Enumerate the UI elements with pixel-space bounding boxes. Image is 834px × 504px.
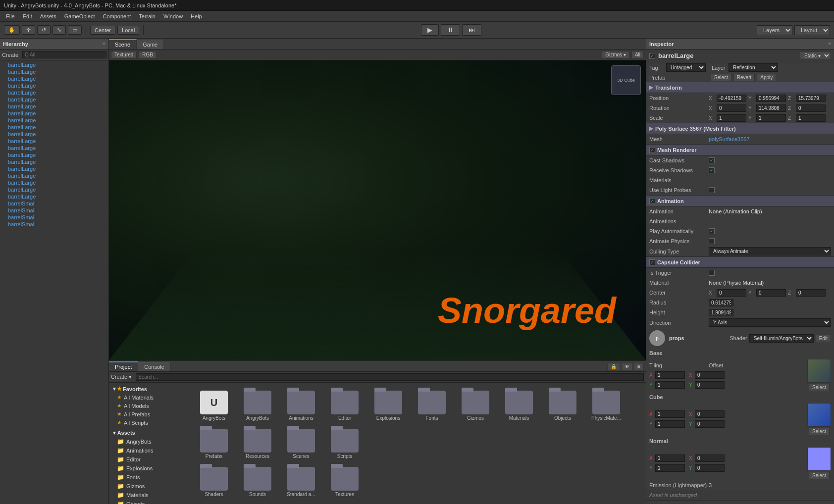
radius-input[interactable]: [709, 299, 733, 306]
list-item[interactable]: barrelSmall: [0, 200, 108, 207]
scale-z-input[interactable]: [796, 114, 826, 122]
hier-create-label[interactable]: Create: [2, 52, 18, 58]
menu-file[interactable]: File: [2, 12, 19, 20]
asset-resources[interactable]: Resources: [238, 427, 277, 461]
proj-objects[interactable]: 📁 Objects: [109, 500, 188, 504]
culling-type-dropdown[interactable]: Always Animate: [709, 247, 831, 255]
is-trigger-checkbox[interactable]: [709, 270, 715, 276]
cube-select-btn[interactable]: Select: [809, 428, 830, 435]
rot-z-input[interactable]: [796, 104, 826, 112]
pos-x-input[interactable]: [717, 95, 746, 102]
play-button[interactable]: ▶: [421, 24, 439, 36]
menu-assets[interactable]: Assets: [36, 12, 60, 20]
proj-all-models[interactable]: ★ All Models: [109, 402, 188, 410]
list-item[interactable]: barrelLarge: [0, 124, 108, 131]
shader-dropdown[interactable]: Self-Illumin/AngryBots/Reflectiv...: [749, 334, 814, 343]
cube-offset-y-input[interactable]: [695, 420, 725, 428]
asset-standard[interactable]: Standard a...: [281, 465, 321, 499]
shader-edit-btn[interactable]: Edit: [816, 335, 831, 342]
pause-button[interactable]: ⏸: [441, 24, 460, 36]
list-item[interactable]: barrelLarge: [0, 75, 108, 82]
list-item[interactable]: barrelSmall: [0, 207, 108, 214]
mesh-renderer-toggle[interactable]: [649, 147, 655, 153]
proj-all-prefabs[interactable]: ★ All Prefabs: [109, 410, 188, 418]
inspector-menu-btn[interactable]: ≡: [828, 41, 831, 47]
normal-tile-y-input[interactable]: [655, 464, 685, 472]
rot-y-input[interactable]: [756, 104, 786, 112]
base-offset-y-input[interactable]: [695, 381, 725, 389]
favorites-section[interactable]: ▾ ★ Favorites: [109, 385, 188, 393]
proj-angrybots[interactable]: 📁 AngryBots: [109, 437, 188, 446]
rotate-tool[interactable]: ↺: [37, 25, 51, 35]
list-item[interactable]: barrelLarge: [0, 179, 108, 186]
list-item[interactable]: barrelLarge: [0, 131, 108, 138]
asset-sounds[interactable]: Sounds: [238, 465, 277, 499]
direction-dropdown[interactable]: Y-Axis: [709, 318, 831, 327]
list-item[interactable]: barrelLarge: [0, 172, 108, 179]
proj-editor[interactable]: 📁 Editor: [109, 455, 188, 464]
list-item[interactable]: barrelLarge: [0, 186, 108, 193]
proj-menu-btn[interactable]: ≡: [634, 363, 644, 370]
list-item[interactable]: barrelSmall: [0, 221, 108, 228]
list-item[interactable]: barrelLarge: [0, 138, 108, 145]
menu-help[interactable]: Help: [187, 12, 206, 20]
list-item[interactable]: barrelLarge: [0, 145, 108, 151]
proj-lock-btn[interactable]: 🔒: [607, 363, 620, 370]
normal-select-btn[interactable]: Select: [809, 472, 830, 479]
list-item[interactable]: barrelLarge: [0, 89, 108, 96]
list-item[interactable]: barrelLarge: [0, 151, 108, 158]
list-item[interactable]: barrelLarge: [0, 158, 108, 165]
capsule-collider-header[interactable]: Capsule Collider: [646, 257, 834, 268]
capsule-collider-toggle[interactable]: [649, 259, 655, 265]
tab-console[interactable]: Console: [138, 362, 170, 371]
asset-objects[interactable]: Objects: [543, 389, 582, 423]
scale-y-input[interactable]: [756, 114, 786, 122]
normal-offset-y-input[interactable]: [695, 464, 725, 472]
render-mode-btn[interactable]: Textured: [111, 51, 137, 58]
list-item[interactable]: barrelLarge: [0, 61, 108, 68]
list-item[interactable]: barrelLarge: [0, 110, 108, 117]
static-dropdown[interactable]: Static ▾: [800, 51, 831, 60]
center-x-input[interactable]: [717, 289, 746, 297]
mesh-filter-header[interactable]: ▶ Poly Surface 3567 (Mesh Filter): [646, 123, 834, 134]
animation-toggle[interactable]: [649, 198, 655, 204]
prefab-select-btn[interactable]: Select: [711, 74, 731, 81]
asset-angrybots-unity[interactable]: U AngryBots: [194, 389, 234, 423]
list-item[interactable]: barrelSmall: [0, 214, 108, 221]
tag-dropdown[interactable]: Untagged: [666, 63, 706, 72]
pos-z-input[interactable]: [796, 95, 826, 102]
mesh-renderer-header[interactable]: Mesh Renderer: [646, 145, 834, 155]
proj-create-label[interactable]: Create ▾: [111, 374, 132, 380]
center-y-input[interactable]: [756, 289, 786, 297]
center-z-input[interactable]: [796, 289, 826, 297]
proj-all-scripts[interactable]: ★ All Scripts: [109, 418, 188, 427]
normal-offset-x-input[interactable]: [695, 454, 725, 462]
scale-x-input[interactable]: [717, 114, 746, 122]
list-item[interactable]: barrelLarge: [0, 165, 108, 172]
asset-textures[interactable]: Textures: [325, 465, 365, 499]
rot-x-input[interactable]: [717, 104, 746, 112]
asset-scripts[interactable]: Scripts: [325, 427, 365, 461]
asset-fonts[interactable]: Fonts: [412, 389, 452, 423]
list-item[interactable]: barrelLarge: [0, 117, 108, 124]
proj-animations[interactable]: 📁 Animations: [109, 446, 188, 455]
transform-header[interactable]: ▶ Transform: [646, 82, 834, 93]
layout-dropdown[interactable]: Layout: [794, 25, 830, 35]
assets-section[interactable]: ▾ Assets: [109, 429, 188, 437]
project-search[interactable]: [136, 373, 644, 381]
cube-tile-x-input[interactable]: [655, 410, 685, 418]
hierarchy-search[interactable]: [22, 51, 106, 58]
asset-materials[interactable]: Materials: [499, 389, 539, 423]
space-button[interactable]: Local: [117, 26, 139, 35]
obj-active-checkbox[interactable]: [649, 53, 655, 59]
rect-tool[interactable]: ▭: [68, 25, 82, 35]
cube-offset-x-input[interactable]: [695, 410, 725, 418]
cast-shadows-checkbox[interactable]: [709, 157, 715, 163]
proj-materials[interactable]: 📁 Materials: [109, 491, 188, 500]
cube-tile-y-input[interactable]: [655, 420, 685, 428]
menu-component[interactable]: Component: [99, 12, 135, 20]
asset-physic[interactable]: PhysicMate...: [586, 389, 626, 423]
tab-scene[interactable]: Scene: [109, 39, 137, 49]
asset-editor[interactable]: Editor: [325, 389, 365, 423]
tab-game[interactable]: Game: [137, 40, 164, 49]
